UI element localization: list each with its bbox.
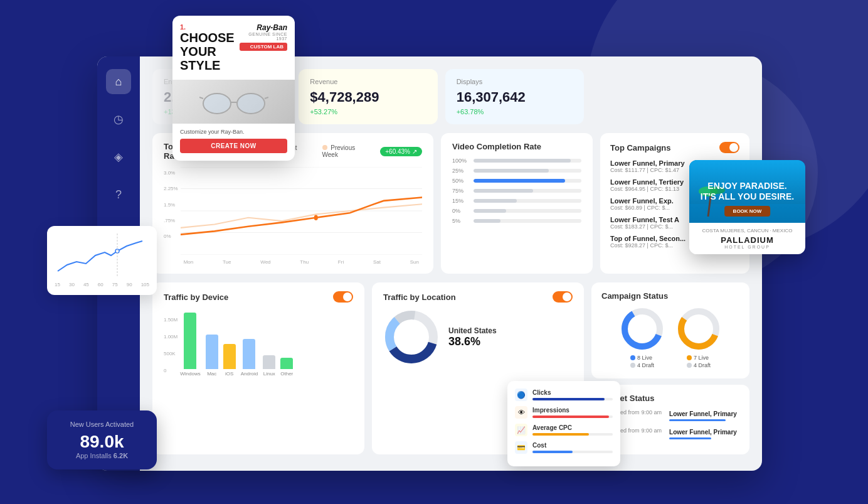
adset-item-1: ⊙Started from 9:00 am Lower Funnel, Prim… xyxy=(601,409,739,421)
stat-value-displays: 16,307,642 xyxy=(457,89,573,105)
svg-point-17 xyxy=(237,94,265,114)
rayban-headline: CHOOSEYOURSTYLE xyxy=(180,31,235,72)
vcr-row-25: 25% xyxy=(452,168,581,174)
svg-point-16 xyxy=(203,94,231,114)
rayban-logo-sub: GENUINE SINCE 1937 xyxy=(240,32,287,41)
bar-mac: Mac xyxy=(206,335,218,377)
rayban-cta-area: Customize your Ray-Ban. CREATE NOW xyxy=(172,124,295,161)
avg-cpc-label: Average CPC xyxy=(532,424,613,431)
mini-line-chart xyxy=(55,233,146,277)
adset-bar-2 xyxy=(669,437,711,439)
cost-info: Cost xyxy=(532,442,613,453)
rayban-top: 1. CHOOSEYOURSTYLE Ray-Ban GENUINE SINCE… xyxy=(172,16,295,80)
adset-name-1: Lower Funnel, Primary xyxy=(669,410,739,417)
floating-line-chart: 153045607590105 xyxy=(47,226,157,295)
bar-android: Android xyxy=(241,339,258,377)
sidebar-item-home[interactable]: ⌂ xyxy=(106,69,131,94)
vcr-row-100: 100% xyxy=(452,158,581,164)
adset-item-2: ⊙Started from 9:00 am Lower Funnel, Prim… xyxy=(601,427,739,439)
vcr-row-15: 15% xyxy=(452,198,581,204)
travel-brand-sub: HOTEL GROUP xyxy=(697,245,798,249)
device-chart-header: Traffic by Device xyxy=(164,291,353,303)
rayban-image xyxy=(172,80,295,124)
campaign-name-1: Lower Funnel, Primary xyxy=(610,159,685,167)
location-content: United States 38.6% xyxy=(383,309,573,365)
rayban-logo: Ray-Ban xyxy=(240,23,287,32)
adset-status-header: Ad Set Status xyxy=(601,394,739,403)
campaigns-toggle[interactable] xyxy=(719,142,739,153)
rayban-customize-text: Customize your Ray-Ban. xyxy=(180,129,287,135)
svg-point-5 xyxy=(314,215,317,220)
metric-impressions: 👁 Impressions xyxy=(515,406,613,419)
donut-blue: 8 Live 4 Draft xyxy=(620,307,664,370)
metrics-popup: 🔵 Clicks 👁 Impressions 📈 Average CPC 💳 C… xyxy=(507,381,620,466)
travel-location: COSTA MUJERES, CANCUN · MEXICO xyxy=(697,228,798,233)
floating-stats-sub: App Installs 6.2K xyxy=(57,452,147,459)
ctr-line-chart xyxy=(181,167,422,255)
avg-cpc-info: Average CPC xyxy=(532,424,613,436)
vcr-chart: Video Completion Rate 100% 25% 50% xyxy=(441,133,593,274)
mini-chart-labels: 153045607590105 xyxy=(55,282,149,287)
metric-cost: 💳 Cost xyxy=(515,441,613,454)
travel-bottom: COSTA MUJERES, CANCUN · MEXICO PALLADIUM… xyxy=(689,223,805,254)
rayban-custom-lab: CUSTOM LAB xyxy=(240,43,287,51)
right-panel-spacer xyxy=(591,69,749,124)
x-axis-labels: MonTueWedThuFriSatSun xyxy=(181,259,422,265)
travel-ad: ENJOY PARADISE.IT'S ALL YOU DESIRE. BOOK… xyxy=(689,160,805,254)
campaign-status-header: Campaign Status xyxy=(601,291,739,301)
glasses-icon xyxy=(199,86,268,117)
campaign-meta-1: Cost: $111.77 | CPC: $1.47 xyxy=(610,167,685,173)
vcr-row-0: 0% xyxy=(452,208,581,214)
device-bar-group: Windows Mac iOS Android xyxy=(180,314,293,377)
rayban-step: 1. xyxy=(180,23,235,31)
bar-windows: Windows xyxy=(180,313,200,377)
impressions-info: Impressions xyxy=(532,407,613,418)
ctr-badge: +60.43% ↗ xyxy=(380,147,422,156)
adset-name-2: Lower Funnel, Primary xyxy=(669,429,739,436)
travel-book-button[interactable]: BOOK NOW xyxy=(724,206,771,217)
floating-stats-value: 89.0k xyxy=(57,432,147,452)
cost-icon: 💳 xyxy=(515,441,527,454)
impressions-label: Impressions xyxy=(532,407,613,414)
location-toggle[interactable] xyxy=(553,291,573,303)
metric-avg-cpc: 📈 Average CPC xyxy=(515,424,613,436)
device-y-labels: 1.50M1.00M500K0 xyxy=(164,314,177,377)
stat-change-displays: +63.78% xyxy=(457,108,573,115)
location-chart-header: Traffic by Location xyxy=(383,291,573,303)
sidebar-item-help[interactable]: ? xyxy=(106,182,131,207)
floating-stats-label: New Users Activated xyxy=(57,421,147,428)
bar-linux: Linux xyxy=(263,355,275,377)
adset-bar-1 xyxy=(669,419,726,421)
y-axis-labels: 3.0%2.25%1.5%.75%0% xyxy=(164,167,178,242)
travel-image: ENJOY PARADISE.IT'S ALL YOU DESIRE. BOOK… xyxy=(689,160,805,223)
metric-clicks: 🔵 Clicks xyxy=(515,389,613,401)
stat-label-displays: Displays xyxy=(457,78,573,85)
top-location: United States xyxy=(448,326,497,335)
sidebar-item-layers[interactable]: ◈ xyxy=(106,144,131,169)
clicks-label: Clicks xyxy=(532,389,613,396)
stat-card-revenue: Revenue $4,728,289 +53.27% xyxy=(299,69,437,124)
vcr-row-50: 50% xyxy=(452,178,581,184)
device-chart-title: Traffic by Device xyxy=(164,292,228,302)
status-donuts: 8 Live 4 Draft 7 Live 4 Draft xyxy=(601,307,739,370)
campaigns-panel-header: Top Campaigns xyxy=(610,142,739,153)
travel-text: ENJOY PARADISE.IT'S ALL YOU DESIRE. xyxy=(694,181,800,202)
rayban-cta-button[interactable]: CREATE NOW xyxy=(180,139,287,153)
stat-change-revenue: +53.27% xyxy=(310,108,426,115)
bar-ios: iOS xyxy=(223,344,236,377)
rayban-ad: 1. CHOOSEYOURSTYLE Ray-Ban GENUINE SINCE… xyxy=(172,16,295,161)
top-location-pct: 38.6% xyxy=(448,335,497,348)
bottom-row: Traffic by Device 1.50M1.00M500K0 Window… xyxy=(152,282,749,454)
legend-previous: Previous Week xyxy=(322,144,373,158)
device-toggle[interactable] xyxy=(333,291,353,303)
rayban-logo-area: Ray-Ban GENUINE SINCE 1937 CUSTOM LAB xyxy=(240,23,287,72)
floating-stats-card: New Users Activated 89.0k App Installs 6… xyxy=(47,410,157,469)
bar-other: Other xyxy=(280,358,293,377)
stat-label-revenue: Revenue xyxy=(310,78,426,85)
rayban-text: 1. CHOOSEYOURSTYLE xyxy=(180,23,235,72)
location-chart-title: Traffic by Location xyxy=(383,292,456,302)
campaign-status-panel: Campaign Status 8 Live 4 Draft xyxy=(591,282,749,378)
sidebar-item-clock[interactable]: ◷ xyxy=(106,107,131,132)
vcr-row-5: 5% xyxy=(452,218,581,224)
campaign-status-title: Campaign Status xyxy=(601,291,668,301)
